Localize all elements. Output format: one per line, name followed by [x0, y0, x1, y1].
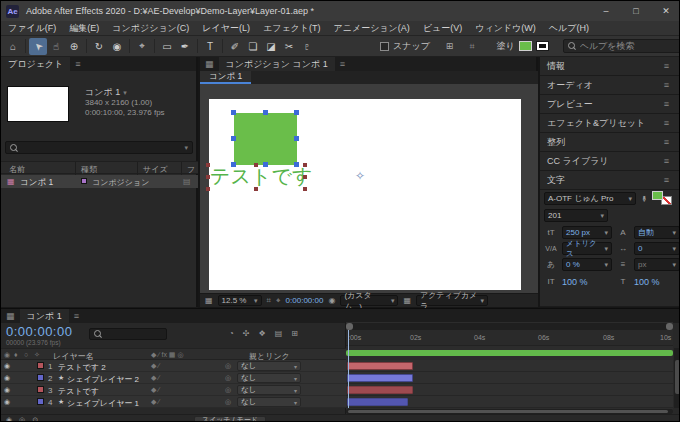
- panel-cc-libraries[interactable]: CC ライブラリ ≡: [540, 152, 680, 170]
- stroke-color-swatch[interactable]: [536, 41, 549, 51]
- vertical-scrollbar-thumb[interactable]: [675, 360, 680, 394]
- leading-select[interactable]: 自動 ▾: [634, 226, 680, 239]
- navigator-end-handle[interactable]: [666, 323, 673, 330]
- snap-toggle[interactable]: スナップ: [380, 40, 430, 53]
- font-family-select[interactable]: A-OTF じゅん Pro ▾: [544, 192, 636, 205]
- horizontal-scrollbar-thumb[interactable]: [348, 410, 668, 413]
- type-tool[interactable]: T: [201, 38, 219, 55]
- help-search-input[interactable]: [580, 41, 676, 51]
- panel-menu-icon[interactable]: ≡: [659, 61, 674, 71]
- resolution-select[interactable]: (カスタム...) ▾: [340, 295, 398, 306]
- brush-tool[interactable]: ✐: [226, 38, 244, 55]
- kerning-select[interactable]: メトリクス ▾: [562, 242, 612, 255]
- text-layer[interactable]: テストです: [210, 165, 312, 188]
- text-selection-handle[interactable]: [303, 175, 307, 179]
- always-preview-icon[interactable]: ▦: [205, 296, 213, 305]
- home-icon[interactable]: ⌂: [4, 38, 22, 55]
- close-button[interactable]: ✕: [651, 1, 680, 21]
- menu-item-help[interactable]: ヘルプ(H): [549, 22, 589, 35]
- selection-handle[interactable]: [231, 110, 236, 115]
- baseline-unit-select[interactable]: px ▾: [634, 258, 680, 271]
- eye-icon[interactable]: ◉: [4, 398, 10, 406]
- label-color-chip[interactable]: [37, 386, 44, 393]
- layer-duration-bar[interactable]: [347, 398, 408, 406]
- horizontal-scale-value[interactable]: 100 %: [634, 277, 660, 287]
- composition-canvas[interactable]: テストです ✧: [209, 99, 521, 290]
- pick-whip-icon[interactable]: ◎: [225, 362, 231, 370]
- selection-handle[interactable]: [294, 136, 299, 141]
- parent-select[interactable]: なし ▾: [237, 385, 301, 395]
- snap-checkbox[interactable]: [380, 42, 389, 51]
- timeline-track-area[interactable]: :00s 02s 04s 06s 08s 10s: [346, 322, 673, 422]
- layer-switches[interactable]: ◆ ∕: [151, 386, 160, 394]
- layer-row-1[interactable]: ◉ 1 テストです 2 ◆ ∕ ◎ なし ▾: [1, 360, 346, 372]
- timeline-search-box[interactable]: [89, 328, 167, 340]
- fill-color-swatch[interactable]: [652, 191, 663, 200]
- motion-blur-icon[interactable]: ⊞: [291, 329, 298, 338]
- text-selection-handle[interactable]: [206, 187, 210, 191]
- parent-select[interactable]: なし ▾: [237, 361, 301, 371]
- tab-composition[interactable]: コンポジション コンポ 1: [219, 57, 335, 71]
- panel-menu-icon[interactable]: ≡: [659, 175, 674, 185]
- pick-whip-icon[interactable]: ◎: [225, 386, 231, 394]
- audio-column-icon[interactable]: ♦: [14, 351, 18, 358]
- font-style-select[interactable]: 201 ▾: [544, 209, 608, 222]
- panel-menu-icon[interactable]: ≡: [69, 309, 84, 323]
- project-search-input[interactable]: [22, 143, 180, 153]
- panel-info[interactable]: 情報 ≡: [540, 57, 680, 75]
- pick-whip-icon[interactable]: ◎: [225, 374, 231, 382]
- menu-item-composition[interactable]: コンポジション(C): [112, 22, 189, 35]
- current-time-indicator[interactable]: [348, 330, 349, 408]
- vertical-scale-value[interactable]: 100 %: [562, 277, 612, 287]
- maximize-button[interactable]: □: [621, 1, 651, 21]
- zoom-time-icon[interactable]: ⊙: [32, 416, 38, 422]
- tab-timeline-comp1[interactable]: コンポ 1: [20, 309, 69, 323]
- pen-tool[interactable]: ✒: [176, 38, 194, 55]
- text-selection-handle[interactable]: [254, 163, 258, 167]
- eye-icon[interactable]: ◉: [4, 386, 10, 394]
- layer-switches[interactable]: ◆ ∕: [151, 398, 160, 406]
- tab-project[interactable]: プロジェクト: [1, 57, 70, 71]
- channel-icon[interactable]: ▦: [403, 296, 411, 305]
- grid-options-icon[interactable]: ⌗: [469, 41, 474, 52]
- comp-flowchart-icon[interactable]: ◔: [229, 329, 234, 338]
- rectangle-tool[interactable]: ▭: [158, 38, 176, 55]
- zoom-select[interactable]: 12.5 % ▾: [218, 295, 262, 306]
- tsume-select[interactable]: 0 % ▾: [562, 258, 612, 271]
- minimize-button[interactable]: –: [591, 1, 621, 21]
- layer-duration-bar[interactable]: [347, 362, 413, 370]
- menu-item-file[interactable]: ファイル(F): [8, 22, 56, 35]
- text-selection-handle[interactable]: [303, 187, 307, 191]
- navigator-start-handle[interactable]: [346, 323, 353, 330]
- expand-inout-pane-icon[interactable]: ◎: [19, 416, 25, 422]
- column-name[interactable]: 名前: [9, 164, 25, 175]
- zoom-tool[interactable]: ⊕: [65, 38, 83, 55]
- help-search-box[interactable]: [563, 39, 680, 53]
- expand-layer-pane-icon[interactable]: ◉: [6, 416, 12, 422]
- label-color-chip[interactable]: [37, 398, 44, 405]
- menu-item-effect[interactable]: エフェクト(T): [263, 22, 321, 35]
- parent-select[interactable]: なし ▾: [237, 397, 301, 407]
- active-camera-select[interactable]: アクティブカメラ ▾: [416, 295, 488, 306]
- roto-brush-tool[interactable]: ✂: [280, 38, 298, 55]
- orbit-camera-tool[interactable]: ↻: [90, 38, 108, 55]
- column-type[interactable]: 種類: [81, 164, 97, 175]
- layer-duration-bar[interactable]: [347, 386, 413, 394]
- hand-tool[interactable]: ☝: [47, 38, 65, 55]
- work-area-bar[interactable]: [346, 350, 673, 356]
- composition-thumbnail[interactable]: [7, 86, 69, 122]
- camera-tool[interactable]: ◉: [108, 38, 126, 55]
- selection-tool[interactable]: ➤: [29, 38, 47, 55]
- composition-viewer[interactable]: テストです ✧: [200, 84, 538, 293]
- label-color-chip[interactable]: [81, 178, 87, 184]
- panel-menu-icon[interactable]: ≡: [70, 57, 85, 71]
- text-selection-handle[interactable]: [303, 163, 307, 167]
- fill-color-swatch[interactable]: [519, 41, 532, 51]
- parent-select[interactable]: なし ▾: [237, 373, 301, 383]
- timeline-navigator[interactable]: [346, 323, 673, 330]
- font-size-select[interactable]: 250 px ▾: [562, 226, 612, 239]
- panel-align[interactable]: 整列 ≡: [540, 133, 680, 151]
- selection-handle[interactable]: [263, 110, 268, 115]
- region-of-interest-icon[interactable]: ⌖: [276, 296, 281, 306]
- panel-effects-presets[interactable]: エフェクト&プリセット ≡: [540, 114, 680, 132]
